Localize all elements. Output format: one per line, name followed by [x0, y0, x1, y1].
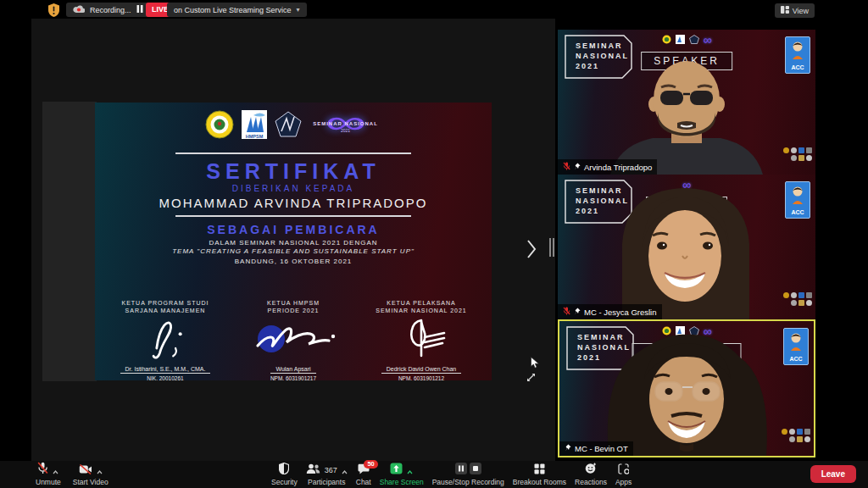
signature-2: [242, 315, 344, 359]
apps-icon: [618, 463, 629, 478]
chat-button[interactable]: 50 Chat: [356, 461, 371, 486]
divider: [175, 152, 411, 154]
participant-jesyca: [558, 175, 815, 319]
live-stream-service-dropdown[interactable]: on Custom Live Streaming Service ▾: [167, 3, 307, 17]
chevron-up-icon[interactable]: [97, 463, 103, 478]
pin-icon: [574, 163, 581, 172]
share-screen-icon: [390, 463, 403, 478]
share-screen-button[interactable]: Share Screen: [380, 461, 424, 486]
chat-unread-badge: 50: [364, 460, 377, 469]
view-layout-icon: [781, 6, 789, 15]
mic-muted-icon: [563, 307, 570, 317]
certificate-recipient: MOHAMMAD ARVINDA TRIPRADOPO: [95, 196, 492, 210]
meeting-toolbar: Unmute Start Video Security 367 Particip…: [0, 461, 868, 488]
view-button[interactable]: View: [775, 3, 815, 18]
smiley-icon: [585, 463, 597, 478]
certificate-theme-line: TEMA "CREATING A FEASIBLE AND SUSTAINABL…: [95, 247, 492, 255]
collapse-panel-chevron-icon[interactable]: [526, 238, 541, 262]
partner-logos: [783, 292, 812, 306]
camera-off-icon: [79, 463, 92, 478]
reactions-button[interactable]: Reactions: [575, 461, 607, 486]
signature-3: [375, 315, 468, 359]
seminar-nasional-logo: ∞ SEMINAR NASIONAL 2021: [309, 111, 382, 141]
breakout-rooms-button[interactable]: Breakout Rooms: [513, 461, 566, 486]
certificate-logos: HMPSM ∞ SEMINAR NASIONAL 2021: [95, 109, 492, 143]
participant-name-label: MC - Bevin OT: [559, 441, 633, 456]
mic-muted-icon: [37, 462, 48, 478]
leave-button[interactable]: Leave: [810, 465, 856, 483]
partner-logos: [783, 147, 812, 161]
stop-recording-icon[interactable]: [470, 463, 481, 478]
video-tile-bevin[interactable]: SEMINAR NASIONAL 2021 ∞ COMMITTEE ACC MC…: [558, 319, 815, 458]
participants-icon: [306, 463, 320, 478]
participants-button[interactable]: 367 Participants: [306, 461, 348, 486]
view-button-label: View: [793, 7, 809, 15]
panel-resize-handle[interactable]: [549, 238, 554, 257]
presentation-window-edge: [42, 102, 97, 381]
svg-text:HMPSM: HMPSM: [245, 134, 263, 139]
participant-bevin: [559, 321, 814, 456]
apps-button[interactable]: Apps: [615, 461, 632, 486]
shared-certificate: HMPSM ∞ SEMINAR NASIONAL 2021 SERTIFIKAT…: [95, 103, 492, 380]
video-tile-jesyca[interactable]: SEMINAR NASIONAL 2021 ∞ ACC MC - Jesyca …: [558, 175, 815, 319]
certificate-signatories: KETUA PROGRAM STUDI SARJANA MANAJEMEN Dr…: [95, 299, 492, 381]
pin-icon: [565, 444, 571, 453]
recording-label: Recording...: [90, 6, 131, 14]
signatory-3: KETUA PELAKSANA SEMINAR NASIONAL 2021 De…: [358, 299, 485, 381]
cloud-recording-icon: [73, 5, 85, 15]
stream-service-label: on Custom Live Streaming Service: [174, 6, 292, 14]
pin-icon: [574, 308, 581, 317]
pause-recording-icon[interactable]: [136, 5, 143, 14]
certificate-date-line: BANDUNG, 16 OKTOBER 2021: [95, 258, 492, 265]
signatory-1: KETUA PROGRAM STUDI SARJANA MANAJEMEN Dr…: [102, 299, 229, 381]
start-video-button[interactable]: Start Video: [73, 461, 108, 486]
pause-stop-recording-button[interactable]: Pause/Stop Recording: [432, 461, 504, 486]
certificate-given-to: DIBERIKAN KEPADA: [95, 184, 492, 193]
partner-logos: [782, 429, 810, 442]
chevron-up-icon[interactable]: [53, 463, 58, 478]
signature-1: [119, 315, 212, 359]
participants-count: 367: [325, 466, 337, 474]
meeting-info-shield-icon[interactable]: [47, 3, 60, 20]
mic-muted-icon: [563, 162, 570, 172]
certificate-title: SERTIFIKAT: [95, 159, 492, 184]
divider: [175, 215, 411, 217]
university-emblem-icon: [205, 110, 234, 142]
shield-icon: [279, 463, 289, 478]
hmpsm-logo-icon: HMPSM: [242, 110, 267, 142]
breakout-rooms-icon: [534, 463, 545, 478]
pause-recording-icon[interactable]: [455, 463, 467, 478]
unmute-button[interactable]: Unmute: [36, 461, 61, 486]
chevron-down-icon: ▾: [297, 6, 300, 14]
participant-arvinda: [558, 30, 815, 175]
participant-name-label: Arvinda Tripradopo: [558, 159, 657, 175]
certificate-event-line: DALAM SEMINAR NASIONAL 2021 DENGAN: [95, 239, 492, 247]
certificate-role: SEBAGAI PEMBICARA: [95, 223, 492, 236]
participant-name-label: MC - Jesyca Greslin: [558, 304, 662, 319]
chevron-up-icon[interactable]: [407, 463, 413, 478]
resize-diagonal-icon: [526, 370, 536, 385]
signatory-2: KETUA HMPSM PERIODE 2021 Wulan Apsari NP…: [230, 299, 357, 381]
video-tile-arvinda[interactable]: SEMINAR NASIONAL 2021 ∞ SPEAKER ACC Arvi…: [558, 30, 815, 175]
chevron-up-icon[interactable]: [342, 463, 348, 478]
security-button[interactable]: Security: [271, 461, 298, 486]
